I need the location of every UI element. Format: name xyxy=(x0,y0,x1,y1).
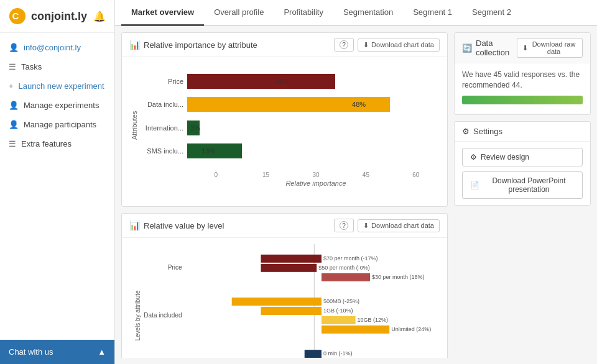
download-raw-button[interactable]: ⬇ Download raw data xyxy=(517,38,583,58)
svg-text:10GB (12%): 10GB (12%) xyxy=(358,317,389,323)
chart1-bars: Price35%Data inclu...48%Internation...3%… xyxy=(144,63,441,169)
data-collection-icon: 🔄 xyxy=(462,43,472,53)
settings-panel: ⚙ Settings ⚙ Review design 📄 Download Po… xyxy=(454,121,591,206)
svg-text:Price: Price xyxy=(168,264,182,271)
chart1-title-area: 📊 Relative importance by attribute xyxy=(129,40,257,50)
bar-chart2-icon: 📊 xyxy=(129,221,140,230)
tab-segmentation[interactable]: Segmentation xyxy=(333,0,403,26)
data-collection-description: We have 45 valid responses vs. the recom… xyxy=(462,70,583,91)
settings-title: Settings xyxy=(473,127,502,136)
sidebar-manage-part-label: Manage participants xyxy=(24,120,96,129)
svg-rect-9 xyxy=(322,273,370,281)
tab-segment-1[interactable]: Segment 1 xyxy=(403,0,462,26)
x-tick: 15 xyxy=(241,171,290,178)
bar-track: 13% xyxy=(187,143,441,158)
chart1-body: Attributes Price35%Data inclu...48%Inter… xyxy=(122,57,447,206)
chart1-download-button[interactable]: ⬇ Download chart data xyxy=(358,39,440,52)
data-collection-content: We have 45 valid responses vs. the recom… xyxy=(455,63,590,114)
svg-rect-21 xyxy=(305,350,322,358)
bar-track: 48% xyxy=(187,97,441,112)
x-tick: 0 xyxy=(191,171,241,178)
svg-rect-12 xyxy=(232,298,322,306)
bar-fill: 35% xyxy=(187,74,335,89)
review-design-button[interactable]: ⚙ Review design xyxy=(462,148,583,166)
chevron-up-icon: ▲ xyxy=(98,347,106,357)
svg-text:Unlimited (24%): Unlimited (24%) xyxy=(391,326,431,332)
left-panels: 📊 Relative importance by attribute ? ⬇ D… xyxy=(121,32,448,358)
settings-content: ⚙ Review design 📄 Download PowerPoint pr… xyxy=(455,142,590,205)
chart2-help-button[interactable]: ? xyxy=(334,219,354,232)
logo-area: C conjoint.ly 🔔 xyxy=(0,0,114,33)
chart1-bar-row: Price35% xyxy=(144,71,441,91)
svg-rect-16 xyxy=(322,316,356,324)
chart2-title: Relative value by level xyxy=(144,221,224,230)
ppt-icon: 📄 xyxy=(470,181,479,189)
svg-rect-18 xyxy=(322,325,389,334)
notification-bell-icon[interactable]: 🔔 xyxy=(93,11,106,22)
chart2-download-button[interactable]: ⬇ Download chart data xyxy=(358,219,440,232)
chart1-area: Attributes Price35%Data inclu...48%Inter… xyxy=(128,63,441,188)
tasks-icon: ☰ xyxy=(9,62,16,71)
tab-segment-2[interactable]: Segment 2 xyxy=(462,0,521,26)
sidebar-item-user[interactable]: 👤 info@conjoint.ly xyxy=(0,38,114,57)
chart1-help-button[interactable]: ? xyxy=(334,38,354,52)
svg-text:1GB (-10%): 1GB (-10%) xyxy=(323,307,353,314)
manage-part-icon: 👤 xyxy=(9,120,19,129)
tab-bar: Market overview Overall profile Profitab… xyxy=(115,0,597,26)
svg-text:$50 per month (-0%): $50 per month (-0%) xyxy=(318,265,370,271)
main-content: Market overview Overall profile Profitab… xyxy=(115,0,597,364)
chart1-bar-row: Internation...3% xyxy=(144,118,441,138)
sidebar-item-tasks[interactable]: ☰ Tasks xyxy=(0,57,114,76)
sidebar-navigation: 👤 info@conjoint.ly ☰ Tasks + Launch new … xyxy=(0,33,114,340)
sidebar-launch-label: Launch new experiment xyxy=(19,81,104,91)
user-icon: 👤 xyxy=(9,43,19,52)
tab-overall-profile[interactable]: Overall profile xyxy=(204,0,274,26)
help-icon: ? xyxy=(340,40,348,49)
download-raw-icon: ⬇ xyxy=(522,44,528,52)
bar-label: SMS inclu... xyxy=(144,147,187,155)
manage-exp-icon: 👤 xyxy=(9,101,19,110)
bar-label: Internation... xyxy=(144,124,187,132)
sidebar-item-extra-features[interactable]: ☰ Extra features xyxy=(0,134,114,153)
chart2-header: 📊 Relative value by level ? ⬇ Download c… xyxy=(122,214,447,238)
sidebar-item-manage-experiments[interactable]: 👤 Manage experiments xyxy=(0,96,114,115)
bar-fill: 3% xyxy=(187,121,200,135)
sidebar-extra-label: Extra features xyxy=(21,139,72,148)
chart2-svg: Levels by attributePrice$70 per month (-… xyxy=(128,244,441,358)
sidebar: C conjoint.ly 🔔 👤 info@conjoint.ly ☰ Tas… xyxy=(0,0,115,364)
x-tick: 30 xyxy=(291,171,341,178)
x-tick: 60 xyxy=(391,171,441,178)
sidebar-manage-exp-label: Manage experiments xyxy=(24,101,99,110)
svg-text:500MB (-25%): 500MB (-25%) xyxy=(323,298,359,304)
logo-text: conjoint.ly xyxy=(31,10,87,23)
settings-title-area: ⚙ Settings xyxy=(462,127,502,136)
data-collection-panel: 🔄 Data collection ⬇ Download raw data We… xyxy=(454,32,591,115)
sidebar-tasks-label: Tasks xyxy=(21,62,42,71)
svg-text:C: C xyxy=(12,11,19,21)
bar-chart-icon: 📊 xyxy=(129,40,140,50)
svg-rect-14 xyxy=(261,307,322,315)
download-icon: ⬇ xyxy=(363,41,369,49)
settings-header: ⚙ Settings xyxy=(455,122,590,142)
svg-rect-5 xyxy=(261,255,322,263)
review-icon: ⚙ xyxy=(470,153,477,162)
bar-value-label: 48% xyxy=(349,101,366,108)
download-ppt-button[interactable]: 📄 Download PowerPoint presentation xyxy=(462,171,583,199)
progress-bar-container xyxy=(462,96,583,104)
content-area: 📊 Relative importance by attribute ? ⬇ D… xyxy=(115,26,597,364)
bar-value-label: 13% xyxy=(199,147,215,155)
sidebar-item-launch[interactable]: + Launch new experiment xyxy=(0,76,114,96)
data-collection-header: 🔄 Data collection ⬇ Download raw data xyxy=(455,33,590,63)
tab-market-overview[interactable]: Market overview xyxy=(121,0,204,26)
svg-text:$30 per month (18%): $30 per month (18%) xyxy=(372,274,425,280)
bar-label: Data inclu... xyxy=(144,101,187,108)
data-collection-title-area: 🔄 Data collection xyxy=(462,39,517,57)
tab-profitability[interactable]: Profitability xyxy=(274,0,333,26)
data-collection-title: Data collection xyxy=(476,39,517,57)
svg-rect-7 xyxy=(261,264,317,272)
settings-gear-icon: ⚙ xyxy=(462,127,470,136)
help2-icon: ? xyxy=(340,221,348,230)
sidebar-item-manage-participants[interactable]: 👤 Manage participants xyxy=(0,115,114,134)
chat-button[interactable]: Chat with us ▲ xyxy=(0,340,114,364)
chart1-panel: 📊 Relative importance by attribute ? ⬇ D… xyxy=(121,32,448,207)
